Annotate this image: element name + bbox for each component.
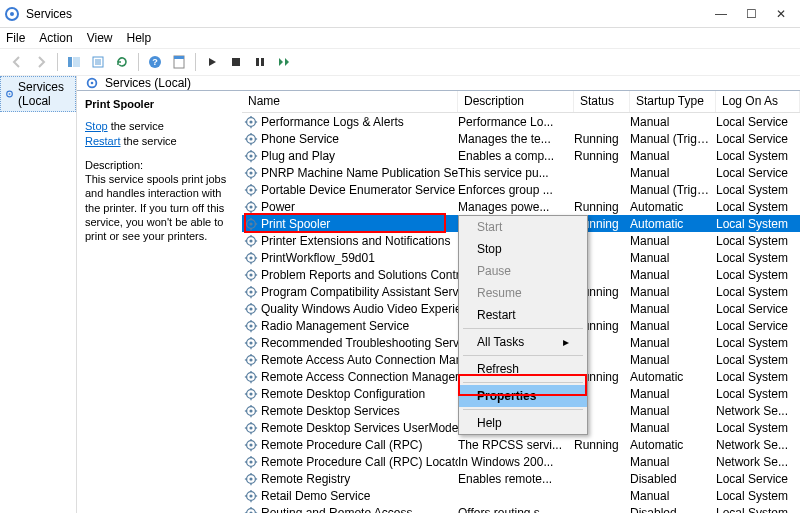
col-logon-as[interactable]: Log On As [716,91,800,112]
row-logon: Local System [716,353,800,367]
row-startup: Manual [630,302,716,316]
gear-icon [244,336,258,350]
gear-icon [244,115,258,129]
row-startup: Disabled [630,506,716,514]
menubar: File Action View Help [0,28,800,48]
restart-service-button[interactable] [273,51,295,73]
gear-icon [244,302,258,316]
toolbar-separator [57,53,58,71]
svg-rect-11 [261,58,264,66]
service-row[interactable]: Retail Demo ServiceManualLocal System [242,487,800,504]
svg-point-125 [249,426,252,429]
restart-suffix: the service [120,135,176,147]
back-button[interactable] [6,51,28,73]
row-logon: Local System [716,268,800,282]
maximize-button[interactable]: ☐ [736,4,766,24]
ctx-stop[interactable]: Stop [459,238,587,260]
row-startup: Manual [630,285,716,299]
show-hide-tree-button[interactable] [63,51,85,73]
service-row[interactable]: Routing and Remote AccessOffers routing … [242,504,800,513]
titlebar: Services — ☐ ✕ [0,0,800,28]
stop-service-button[interactable] [225,51,247,73]
row-name: Remote Desktop Configuration [261,387,425,401]
row-startup: Manual [630,319,716,333]
ctx-all-tasks[interactable]: All Tasks▸ [459,331,587,353]
gear-icon [244,421,258,435]
window-title: Services [26,7,706,21]
pause-service-button[interactable] [249,51,271,73]
context-menu: Start Stop Pause Resume Restart All Task… [458,215,588,435]
menu-file[interactable]: File [6,31,25,45]
ctx-start[interactable]: Start [459,216,587,238]
menu-help[interactable]: Help [127,31,152,45]
svg-point-53 [249,222,252,225]
row-name: PrintWorkflow_59d01 [261,251,375,265]
gear-icon [244,438,258,452]
row-logon: Network Se... [716,438,800,452]
gear-icon [244,455,258,469]
restart-service-link[interactable]: Restart [85,135,120,147]
ctx-separator [463,382,583,383]
menu-action[interactable]: Action [39,31,72,45]
svg-point-107 [249,375,252,378]
service-row[interactable]: Plug and PlayEnables a comp...RunningMan… [242,147,800,164]
minimize-button[interactable]: — [706,4,736,24]
service-row[interactable]: Phone ServiceManages the te...RunningMan… [242,130,800,147]
col-name[interactable]: Name [242,91,458,112]
svg-point-47 [249,205,252,208]
gear-icon [244,251,258,265]
gear-icon [244,489,258,503]
row-logon: Local Service [716,302,800,316]
row-name: Power [261,200,295,214]
col-status[interactable]: Status [574,91,630,112]
service-row[interactable]: PowerManages powe...RunningAutomaticLoca… [242,198,800,215]
svg-text:?: ? [152,57,158,67]
ctx-refresh[interactable]: Refresh [459,358,587,380]
row-startup: Manual [630,251,716,265]
row-name: Remote Desktop Services [261,404,400,418]
gear-icon [244,319,258,333]
description-label: Description: [85,158,234,172]
console-tree: Services (Local [0,76,77,513]
svg-point-83 [249,307,252,310]
start-service-button[interactable] [201,51,223,73]
ctx-separator [463,328,583,329]
service-row[interactable]: Remote Procedure Call (RPC) LocatorIn Wi… [242,453,800,470]
ctx-help[interactable]: Help [459,412,587,434]
row-description: In Windows 200... [458,455,574,469]
tree-node-services-local[interactable]: Services (Local [0,76,76,112]
svg-point-13 [9,93,11,95]
export-list-button[interactable] [87,51,109,73]
row-startup: Manual [630,455,716,469]
svg-rect-8 [174,56,184,59]
svg-rect-9 [232,58,240,66]
service-row[interactable]: Remote RegistryEnables remote...Disabled… [242,470,800,487]
ctx-restart[interactable]: Restart [459,304,587,326]
stop-service-link[interactable]: Stop [85,120,108,132]
svg-point-59 [249,239,252,242]
gear-icon [244,234,258,248]
service-row[interactable]: Remote Procedure Call (RPC)The RPCSS ser… [242,436,800,453]
help-button[interactable]: ? [144,51,166,73]
row-name: Remote Access Auto Connection Man [261,353,458,367]
row-name: Printer Extensions and Notifications [261,234,450,248]
ctx-resume[interactable]: Resume [459,282,587,304]
service-row[interactable]: Performance Logs & AlertsPerformance Lo.… [242,113,800,130]
row-logon: Local System [716,370,800,384]
ctx-pause[interactable]: Pause [459,260,587,282]
refresh-button[interactable] [111,51,133,73]
service-row[interactable]: PNRP Machine Name Publication ServiceThi… [242,164,800,181]
menu-view[interactable]: View [87,31,113,45]
service-row[interactable]: Portable Device Enumerator ServiceEnforc… [242,181,800,198]
gear-icon [244,370,258,384]
properties-button[interactable] [168,51,190,73]
close-button[interactable]: ✕ [766,4,796,24]
row-startup: Automatic [630,438,716,452]
forward-button[interactable] [30,51,52,73]
gear-icon [244,285,258,299]
col-startup-type[interactable]: Startup Type [630,91,716,112]
pane-header-title: Services (Local) [105,76,191,90]
ctx-properties[interactable]: Properties [459,385,587,407]
svg-point-65 [249,256,252,259]
col-description[interactable]: Description [458,91,574,112]
